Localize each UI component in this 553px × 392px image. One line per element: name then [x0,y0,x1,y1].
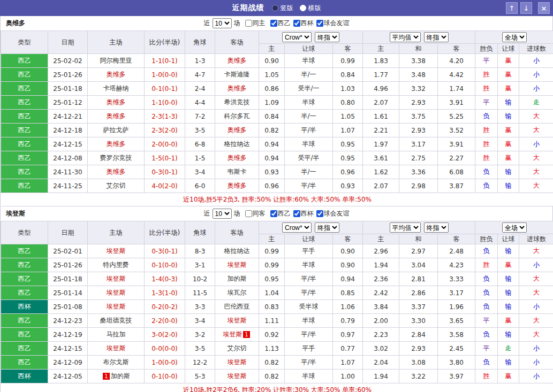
league-filter-checkbox-1-label[interactable]: 西乙 [270,19,291,28]
odds-home-cell: 1.09 [259,96,285,110]
league-cell: 西乙 [1,82,48,96]
league-filter-checkbox-1-text: 西乙 [278,209,291,218]
final-odds-select-2[interactable]: 终指 [424,222,449,233]
league-filter-checkbox-3[interactable] [316,210,323,217]
avg-home-cell: 2.07 [363,179,399,193]
final-odds-select-2[interactable]: 终指 [424,32,449,42]
league-filter-checkbox-2[interactable] [293,20,300,27]
result-handicap-cell: 赢 [498,68,519,82]
same-venue-checkbox[interactable] [245,20,252,27]
home-team-name: 加的斯 [111,372,130,380]
match-row: 西乙25-01-18卡塔赫纳0-1(0-1)2-4奥维多0.86受半/一1.03… [1,82,553,96]
league-filter-checkbox-1[interactable] [270,210,277,217]
radio-icon-vertical[interactable] [272,5,278,11]
league-filter-checkbox-2-label[interactable]: 西杯 [293,19,314,28]
result-handicap-cell: 输 [498,110,519,124]
home-team-cell: 布尔戈斯 [88,356,145,370]
avg-away-cell: 3.87 [438,179,475,193]
league-filter-checkbox-3-label[interactable]: 球会友谊 [316,209,350,218]
avg-away-cell: 3.80 [438,356,475,370]
league-filter-checkbox-1-label[interactable]: 西乙 [270,209,291,218]
away-team-cell: 巴伦西亚 [215,300,259,314]
avg-home-cell: 1.97 [363,137,399,151]
match-count-select[interactable]: 10 [213,18,232,28]
same-venue-checkbox-label[interactable]: 同主 [245,19,266,28]
result-goals-cell: 小 [519,342,553,356]
match-row: 西乙24-12-09布尔戈斯1-0(0-0)12-2埃登斯0.82平/半1.07… [1,356,553,370]
corner-cell: 1-5 [185,151,215,165]
home-team-name: 埃登斯 [107,344,126,352]
result-goals-cell: 小 [519,258,553,272]
avg-home-cell: 2.42 [363,286,399,300]
odds-home-cell: 0.99 [259,258,285,272]
same-venue-checkbox-label[interactable]: 同客 [245,209,266,218]
average-select[interactable]: 平均值 [390,32,421,42]
corner-cell: 3-4 [185,165,215,179]
home-team-cell: 奥维多 [88,110,145,124]
section-team-name: 埃登斯 [6,209,25,218]
match-count-select[interactable]: 10 [213,209,232,219]
away-team-name: 埃登斯 [223,330,242,338]
avg-draw-cell: 3.48 [399,68,438,82]
avg-away-cell: 2.27 [438,151,475,165]
radio-icon-horizontal[interactable] [300,5,306,11]
close-button[interactable]: × [538,2,550,14]
result-outcome-cell: 负 [475,300,498,314]
odds-handicap-cell: 受半球 [285,300,333,314]
away-team-cell: 埃登斯1 [215,328,259,342]
odds-away-cell: 1.06 [333,300,363,314]
corner-cell: 4-7 [185,68,215,82]
date-cell: 25-01-08 [48,300,88,314]
avg-home-cell: 3.61 [363,151,399,165]
corner-cell: 1-3 [185,54,215,68]
league-filter-checkbox-2-label[interactable]: 西杯 [293,209,314,218]
date-cell: 25-01-26 [48,258,88,272]
corner-cell: 8-3 [185,244,215,258]
away-team-cell: 卡斯迪隆 [215,68,259,82]
league-filter-checkbox-3-label[interactable]: 球会友谊 [316,19,350,28]
away-team-name: 奥维多 [228,182,247,189]
column-header: 角球 [185,31,215,54]
average-select[interactable]: 平均值 [390,222,421,233]
score-cell: 1-4(0-3) [145,272,185,286]
final-odds-select[interactable]: 终指 [315,32,339,42]
league-cell: 西乙 [1,137,48,151]
result-goals-cell: 大 [519,314,553,328]
home-team-cell: 艾尔切 [88,179,145,193]
result-goals-cell: 小 [519,137,553,151]
full-match-select[interactable]: 全场 [502,32,527,42]
layout-option-vertical[interactable]: 竖版 [272,4,293,13]
bookmaker-select[interactable]: Crow* [282,222,312,233]
avg-home-cell: 4.96 [363,82,399,96]
league-filter-checkbox-3[interactable] [316,20,323,27]
final-odds-select[interactable]: 终指 [315,222,339,233]
league-cell: 西乙 [1,272,48,286]
away-team-cell: 希洪竞技 [215,96,259,110]
bookmaker-select[interactable]: Crow* [282,32,312,42]
result-handicap-cell: 走 [498,342,519,356]
full-match-select[interactable]: 全场 [502,222,527,233]
scroll-down-button[interactable]: ↓ [520,2,532,14]
league-cell: 西乙 [1,179,48,193]
league-cell: 西乙 [1,54,48,68]
home-team-cell: 奥维多 [88,137,145,151]
result-goals-cell: 大 [519,124,553,137]
avg-away-cell: 4.42 [438,68,475,82]
league-filter-checkbox-1[interactable] [270,20,277,27]
scroll-up-button[interactable]: ↑ [506,2,518,14]
same-venue-checkbox[interactable] [245,210,252,217]
result-handicap-cell: 输 [498,328,519,342]
corner-cell: 5-3 [185,370,215,383]
home-team-name: 卡塔赫纳 [103,84,129,92]
result-handicap-cell: 赢 [498,151,519,165]
odds-home-cell: 1.04 [259,286,285,300]
column-subheader: 进球数 [519,44,553,54]
section-filter-bar: 奥维多近10场同主西乙西杯球会友谊 [1,16,552,30]
match-row: 西乙25-01-26奥维多1-0(0-0)4-7卡斯迪隆1.05半/一0.841… [1,68,553,82]
league-filter-checkbox-2[interactable] [293,210,300,217]
result-outcome-cell: 平 [475,342,498,356]
avg-home-cell: 1.62 [363,165,399,179]
score-cell: 1-0(0-0) [145,356,185,370]
layout-option-horizontal[interactable]: 横版 [300,4,321,13]
odds-away-cell: 0.96 [333,165,363,179]
